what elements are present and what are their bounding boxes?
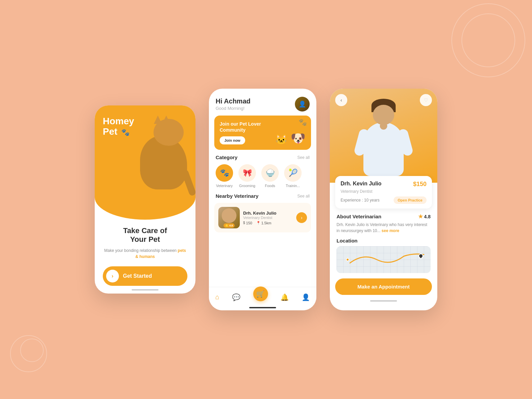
rating-badge: ⭐ 4.8 xyxy=(223,223,234,228)
rating-display: ★ 4.8 xyxy=(418,213,431,220)
category-see-all[interactable]: See all xyxy=(297,155,310,160)
vet-avatar: ⭐ 4.8 xyxy=(218,207,240,228)
user-icon: 👤 xyxy=(302,293,310,301)
home-header: Hi Achmad Good Morning! 👤 xyxy=(209,89,316,116)
nearby-vet-card[interactable]: ⭐ 4.8 Drh. Kevin Julio Veterinary Dentis… xyxy=(214,203,311,232)
location-icon: 📍 xyxy=(256,221,260,225)
category-title: Category xyxy=(216,154,237,160)
about-text: Drh. Kevin Julio is Veterinary who has v… xyxy=(337,222,431,234)
get-started-circle: › xyxy=(106,270,119,282)
experience-text: Experience : 10 years xyxy=(341,198,380,203)
app-title: Homey Pet 🐾 xyxy=(103,116,134,137)
vet-hero: ‹ ♡ xyxy=(330,89,437,183)
community-banner[interactable]: Join our Pet Lover Community Join now 🐾 … xyxy=(214,116,311,150)
nav-user[interactable]: 👤 xyxy=(299,292,313,303)
community-title: Join our Pet Lover Community xyxy=(220,121,275,133)
cart-icon: 🛒 xyxy=(253,286,268,301)
greeting-section: Hi Achmad Good Morning! xyxy=(216,97,251,111)
nav-cart[interactable]: 🛒 xyxy=(251,292,271,303)
nearby-see-all[interactable]: See all xyxy=(297,194,310,198)
training-icon: 🎾 xyxy=(284,164,302,182)
home-indicator-3 xyxy=(370,300,397,302)
splash-content: Take Care of Your Pet Make your bonding … xyxy=(95,220,195,294)
category-training[interactable]: 🎾 Trainin... xyxy=(284,164,302,188)
map-container[interactable] xyxy=(337,246,431,273)
category-list: 🐾 Veterinary 🎀 Grooming 🍚 Foods 🎾 Traini… xyxy=(209,164,316,188)
get-started-label: Get Started xyxy=(123,273,152,279)
heart-icon: ♡ xyxy=(424,97,428,103)
open-practice-button[interactable]: Open Practice xyxy=(394,196,427,204)
community-pets: 🐶 🐱 xyxy=(275,121,306,144)
veterinary-label: Veterinary xyxy=(216,184,233,188)
star-icon: ★ xyxy=(418,213,423,220)
subtitle: Make your bonding relationship between p… xyxy=(103,248,187,260)
make-appointment-button[interactable]: Make an Appointment xyxy=(335,278,432,295)
greeting-name: Hi Achmad xyxy=(216,97,251,105)
category-section-header: Category See all xyxy=(209,154,316,160)
nearby-vet-info: Drh. Kevin Julio Veterinary Dentist $ 15… xyxy=(243,211,293,225)
nav-bell[interactable]: 🔔 xyxy=(278,292,292,303)
about-header: About Veterinarian ★ 4.8 xyxy=(337,213,431,220)
vet-person-illustration xyxy=(350,95,417,183)
price-meta: $ 150 xyxy=(243,221,252,225)
map-route-svg xyxy=(337,246,431,273)
join-button[interactable]: Join now xyxy=(220,136,245,144)
see-more-link[interactable]: see more xyxy=(382,228,399,233)
nearby-meta: $ 150 📍 1.5km xyxy=(243,221,293,225)
nav-home[interactable]: ⌂ xyxy=(213,292,222,302)
vet-detail-name: Drh. Kevin Julio xyxy=(341,181,382,187)
nav-chat[interactable]: 💬 xyxy=(229,292,243,303)
nearby-vet-name: Drh. Kevin Julio xyxy=(243,211,293,216)
about-section: About Veterinarian ★ 4.8 Drh. Kevin Juli… xyxy=(330,209,437,236)
splash-hero: Homey Pet 🐾 xyxy=(95,105,195,220)
vet-arrow-button[interactable]: › xyxy=(296,212,307,223)
about-title: About Veterinarian xyxy=(337,214,381,219)
category-grooming[interactable]: 🎀 Grooming xyxy=(238,164,256,188)
cat-illustration xyxy=(133,116,194,196)
arrow-icon: › xyxy=(112,273,113,279)
favorite-button[interactable]: ♡ xyxy=(420,94,432,106)
get-started-button[interactable]: › Get Started xyxy=(103,266,187,286)
nearby-vet-spec: Veterinary Dentist xyxy=(243,216,293,220)
nearby-title: Nearby Veterinary xyxy=(216,193,259,199)
home-indicator xyxy=(132,289,159,291)
grooming-label: Grooming xyxy=(239,184,255,188)
phones-container: Homey Pet 🐾 Take Care of Your Pet Make y… xyxy=(95,89,437,310)
phone-vet-detail: ‹ ♡ Drh. Kevin Julio $150 xyxy=(330,89,437,310)
category-foods[interactable]: 🍚 Foods xyxy=(261,164,279,188)
distance-meta: 📍 1.5km xyxy=(256,221,271,225)
home-icon: ⌂ xyxy=(215,293,219,301)
vet-meta-row: Experience : 10 years Open Practice xyxy=(341,196,427,204)
training-label: Trainin... xyxy=(286,184,300,188)
grooming-icon: 🎀 xyxy=(238,164,256,182)
paw-icon: 🐾 xyxy=(121,129,130,136)
vet-info-card: Drh. Kevin Julio $150 Veterinary Dentist… xyxy=(335,176,432,209)
bell-icon: 🔔 xyxy=(280,293,289,301)
nearby-section-header: Nearby Veterinary See all xyxy=(209,193,316,199)
foods-icon: 🍚 xyxy=(261,164,279,182)
chat-icon: 💬 xyxy=(232,293,240,301)
vet-detail-price: $150 xyxy=(413,181,427,188)
location-section: Location xyxy=(330,236,437,276)
vet-name-row: Drh. Kevin Julio $150 xyxy=(341,181,427,188)
phone-home: Hi Achmad Good Morning! 👤 Join our Pet L… xyxy=(209,89,316,310)
phone-splash: Homey Pet 🐾 Take Care of Your Pet Make y… xyxy=(95,105,195,294)
home-indicator-2 xyxy=(249,307,276,308)
vet-detail-specialty: Veterinary Dentist xyxy=(341,189,427,194)
tagline: Take Care of Your Pet xyxy=(103,226,187,244)
category-veterinary[interactable]: 🐾 Veterinary xyxy=(216,164,233,188)
location-title: Location xyxy=(337,238,431,243)
community-text: Join our Pet Lover Community Join now xyxy=(220,121,275,144)
foods-label: Foods xyxy=(265,184,275,188)
back-button[interactable]: ‹ xyxy=(335,94,347,106)
veterinary-icon: 🐾 xyxy=(216,164,233,182)
greeting-sub: Good Morning! xyxy=(216,106,251,111)
dollar-icon: $ xyxy=(243,221,245,225)
user-avatar[interactable]: 👤 xyxy=(295,97,310,112)
